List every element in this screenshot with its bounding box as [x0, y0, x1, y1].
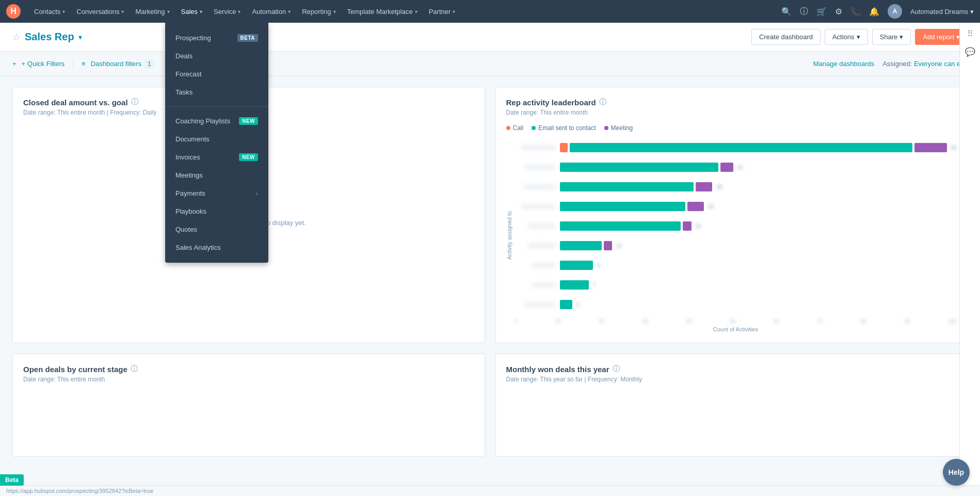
nav-contacts[interactable]: Contacts ▾: [29, 5, 70, 19]
bar-total-value: 12: [616, 243, 622, 249]
bar-row: 8: [560, 255, 957, 275]
legend-email-dot: [532, 126, 536, 130]
dropdown-item-deals[interactable]: Deals: [165, 47, 268, 65]
top-navigation: H Contacts ▾ Conversations ▾ Marketing ▾…: [0, 0, 980, 23]
dropdown-item-playbooks[interactable]: Playbooks: [165, 202, 268, 220]
dropdown-item-meetings[interactable]: Meetings: [165, 166, 268, 184]
bar-meeting-segment: [696, 182, 712, 191]
open-deals-info-icon[interactable]: ⓘ: [131, 364, 138, 374]
x-axis-label: 40: [686, 318, 692, 324]
nav-marketing[interactable]: Marketing ▾: [130, 5, 174, 19]
bars-area: 954136343112873: [560, 138, 957, 314]
service-caret: ▾: [238, 9, 240, 14]
y-label-4: XXXXXXXX: [515, 216, 556, 236]
search-icon[interactable]: 🔍: [781, 7, 792, 17]
y-label-0: XXXXXXXXXX: [515, 138, 556, 157]
nav-items: Contacts ▾ Conversations ▾ Marketing ▾ S…: [29, 5, 781, 19]
bar-email-segment: [560, 221, 681, 231]
nav-sales[interactable]: Sales ▾: [176, 5, 208, 19]
bar-meeting-segment: [914, 143, 947, 152]
account-name[interactable]: Automated Dreams ▾: [910, 8, 974, 15]
grid-icon[interactable]: ⠿: [967, 29, 973, 39]
nav-automation[interactable]: Automation ▾: [247, 5, 296, 19]
prospecting-beta-badge: BETA: [237, 34, 258, 42]
nav-template-marketplace[interactable]: Template Marketplace ▾: [342, 5, 423, 19]
header-actions: Create dashboard Actions ▾ Share ▾ Add r…: [751, 29, 968, 45]
payments-chevron-icon: ›: [256, 190, 258, 197]
legend-call: Call: [506, 124, 524, 132]
bar-meeting-segment: [683, 221, 691, 231]
help-circle-icon[interactable]: ⓘ: [800, 6, 808, 17]
sales-caret: ▾: [200, 9, 202, 14]
dropdown-item-documents[interactable]: Documents: [165, 130, 268, 148]
nav-service[interactable]: Service ▾: [208, 5, 246, 19]
assigned-label: Assigned: Everyone can edit: [882, 60, 968, 68]
rep-activity-subtitle: Date range: This entire month: [506, 109, 957, 116]
count-label: Count of Activities: [515, 326, 957, 332]
user-avatar[interactable]: A: [888, 4, 902, 19]
dropdown-section-main: Prospecting BETA Deals Forecast Tasks: [165, 27, 268, 103]
page-title-area: ☆ Sales Rep ▾: [12, 31, 751, 43]
x-axis: 0102030405060708090100: [515, 318, 957, 324]
bar-total-value: 31: [696, 223, 701, 229]
quick-filters-button[interactable]: + + Quick Filters: [12, 60, 65, 68]
x-axis-label: 20: [599, 318, 604, 324]
open-deals-card: Open deals by current stage ⓘ Date range…: [12, 354, 485, 457]
favorite-star-icon[interactable]: ☆: [12, 31, 21, 43]
nav-right-icons: 🔍 ⓘ 🛒 ⚙ 📞 🔔 A Automated Dreams ▾: [781, 4, 974, 19]
x-axis-label: 30: [642, 318, 648, 324]
manage-dashboards-link[interactable]: Manage dashboards: [813, 60, 875, 68]
bar-email-segment: [560, 261, 593, 270]
nav-reporting[interactable]: Reporting ▾: [297, 5, 341, 19]
x-axis-label: 10: [555, 318, 561, 324]
nav-partner[interactable]: Partner ▾: [424, 5, 461, 19]
y-label-7: XXXXXXX: [515, 275, 556, 295]
bar-email-segment: [560, 182, 694, 191]
bar-total-value: 8: [597, 263, 600, 268]
legend-email: Email sent to contact: [532, 124, 596, 132]
chat-icon[interactable]: 💬: [965, 47, 975, 57]
nav-conversations[interactable]: Conversations ▾: [71, 5, 129, 19]
dropdown-item-tasks[interactable]: Tasks: [165, 83, 268, 101]
actions-button[interactable]: Actions ▾: [825, 29, 868, 45]
share-button[interactable]: Share ▾: [872, 29, 911, 45]
legend-call-dot: [506, 126, 510, 130]
bar-row: 95: [560, 138, 957, 157]
coaching-new-badge: NEW: [239, 117, 258, 125]
notifications-icon[interactable]: 🔔: [869, 7, 879, 17]
hubspot-logo[interactable]: H: [6, 4, 21, 19]
monthly-won-info-icon[interactable]: ⓘ: [613, 364, 620, 374]
bar-total-value: 3: [576, 302, 580, 308]
dashboard-grid: Closed deal amount vs. goal ⓘ Date range…: [12, 87, 968, 457]
dropdown-section-tools: Coaching Playlists NEW Documents Invoice…: [165, 110, 268, 259]
dropdown-item-invoices[interactable]: Invoices NEW: [165, 148, 268, 166]
dropdown-item-coaching-playlists[interactable]: Coaching Playlists NEW: [165, 112, 268, 130]
bar-row: 34: [560, 197, 957, 216]
rep-activity-info-icon[interactable]: ⓘ: [599, 98, 606, 107]
create-dashboard-button[interactable]: Create dashboard: [751, 29, 821, 45]
phone-icon[interactable]: 📞: [850, 7, 861, 17]
y-label-1: XXXXXXXXX: [515, 157, 556, 177]
closed-deal-info-icon[interactable]: ⓘ: [131, 98, 138, 107]
partner-caret: ▾: [453, 9, 455, 14]
y-axis-label: Activity assigned to: [506, 138, 512, 332]
bar-email-segment: [560, 241, 602, 250]
dropdown-item-quotes[interactable]: Quotes: [165, 220, 268, 238]
rep-activity-title: Rep activity leaderboard ⓘ: [506, 98, 957, 107]
bar-row: 12: [560, 236, 957, 255]
x-axis-label: 70: [817, 318, 823, 324]
legend-meeting: Meeting: [604, 124, 633, 132]
bar-row: 31: [560, 216, 957, 236]
marketplace-icon[interactable]: 🛒: [816, 7, 827, 17]
dashboard-filters-button[interactable]: ≡ Dashboard filters 1: [82, 59, 154, 69]
filter-bar: + + Quick Filters ≡ Dashboard filters 1 …: [0, 52, 980, 76]
x-axis-label: 100: [948, 318, 957, 324]
bar-total-value: 36: [716, 184, 722, 190]
settings-icon[interactable]: ⚙: [835, 7, 842, 17]
dropdown-item-payments[interactable]: Payments ›: [165, 184, 268, 202]
dropdown-item-sales-analytics[interactable]: Sales Analytics: [165, 238, 268, 257]
x-axis-label: 50: [730, 318, 735, 324]
page-title-caret-icon[interactable]: ▾: [78, 33, 82, 41]
dropdown-item-forecast[interactable]: Forecast: [165, 65, 268, 83]
dropdown-item-prospecting[interactable]: Prospecting BETA: [165, 29, 268, 47]
